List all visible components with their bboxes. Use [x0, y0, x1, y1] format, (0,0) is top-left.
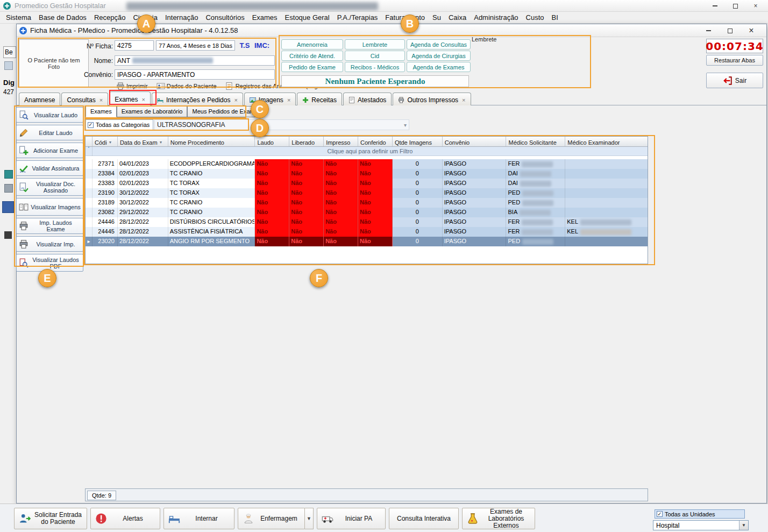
menu-item-sistema[interactable]: Sistema [2, 12, 35, 23]
cell-solicitante[interactable]: FER [506, 217, 565, 227]
cell-impresso[interactable]: Não [324, 159, 358, 169]
sair-button[interactable]: Sair [706, 73, 763, 88]
cell-solicitante[interactable]: BIA [506, 208, 565, 217]
cell-qtde[interactable]: 0 [393, 208, 443, 217]
menu-item-recepcao[interactable]: Recepção [90, 12, 130, 23]
cell-laudo[interactable]: Não [255, 169, 289, 179]
cell-solicitante[interactable]: PED [506, 188, 565, 198]
cell-laudo[interactable]: Não [255, 217, 289, 227]
cell-codigo[interactable]: 27371 [93, 159, 118, 169]
column-header-data[interactable]: Data do Exam▼ [118, 137, 168, 146]
minimize-button[interactable] [705, 0, 725, 12]
table-row[interactable]: 23189 30/12/2022 TC CRANIO Não Não Não N… [86, 198, 648, 208]
subtab-exames-de-laboratorio[interactable]: Exames de Laboratório [117, 106, 188, 117]
cell-conferido[interactable]: Não [358, 217, 393, 227]
cell-examinador[interactable]: KEL [565, 217, 648, 227]
cell-laudo[interactable]: Não [255, 237, 289, 246]
column-header-laudo[interactable]: Laudo [255, 137, 289, 146]
cell-convenio[interactable]: IPASGO [443, 188, 507, 198]
close-icon[interactable]: × [234, 97, 237, 103]
cell-examinador[interactable] [565, 198, 648, 208]
cell-convenio[interactable]: IPASGO [443, 159, 507, 169]
subtab-exames[interactable]: Exames [86, 106, 117, 117]
cell-examinador[interactable] [565, 159, 648, 169]
enfermagem-dropdown[interactable]: ▼ [305, 508, 314, 529]
lembrete-button[interactable]: Lembrete [345, 39, 405, 49]
cell-data[interactable]: 29/12/2022 [118, 208, 168, 217]
cell-conferido[interactable]: Não [358, 237, 393, 246]
table-row[interactable]: 23383 02/01/2023 TC TORAX Não Não Não Nã… [86, 179, 648, 188]
exames-lab-externos-button[interactable]: Exames de Laboratórios Externos [462, 508, 535, 529]
convenio-field[interactable]: IPASGO - APARTAMENTO [115, 69, 275, 80]
cell-qtde[interactable]: 0 [393, 179, 443, 188]
menu-item-administracao[interactable]: Administração [470, 12, 522, 23]
ficha-close-button[interactable]: × [741, 24, 762, 37]
cell-convenio[interactable]: IPASGO [443, 198, 507, 208]
cell-conferido[interactable]: Não [358, 188, 393, 198]
cell-convenio[interactable]: IPASGO [443, 208, 507, 217]
tab-outros-impressos[interactable]: Outros Impressos× [393, 93, 471, 105]
close-icon[interactable]: × [462, 97, 465, 103]
imc-button[interactable]: IMC: [254, 40, 278, 51]
cell-conferido[interactable]: Não [358, 169, 393, 179]
cell-impresso[interactable]: Não [324, 208, 358, 217]
cell-solicitante[interactable]: FER [506, 159, 565, 169]
cell-convenio[interactable]: IPASGO [443, 237, 507, 246]
column-header-procedimento[interactable]: Nome Procedimento [168, 137, 255, 146]
table-row[interactable]: 24446 28/12/2022 DISTÚRBIOS CIRCULATÓRIO… [86, 217, 648, 227]
cell-qtde[interactable]: 0 [393, 237, 443, 246]
amenorreia-button[interactable]: Amenorreia [281, 39, 343, 49]
todas-as-unidades-checkbox[interactable]: ✓ Todas as Unidades [655, 509, 745, 519]
cell-conferido[interactable]: Não [358, 159, 393, 169]
name-field[interactable]: ANT [115, 55, 275, 66]
visualizar-imp-button[interactable]: Visualizar Imp. [16, 236, 83, 252]
ts-button[interactable]: T.S [237, 40, 253, 51]
tab-consultas[interactable]: Consultas× [61, 93, 108, 105]
menu-item-caixa[interactable]: Caixa [445, 12, 470, 23]
menu-item-exames[interactable]: Exames [248, 12, 281, 23]
table-row[interactable]: 24445 28/12/2022 ASSISTÊNCIA FISIÁTRICA … [86, 227, 648, 237]
cell-laudo[interactable]: Não [255, 179, 289, 188]
ficha-number-field[interactable]: 4275 [115, 40, 154, 51]
adicionar-exame-button[interactable]: Adicionar Exame [16, 143, 83, 158]
tab-exames[interactable]: Exames× [109, 91, 151, 105]
cell-examinador[interactable]: KEL [565, 227, 648, 237]
cell-laudo[interactable]: Não [255, 227, 289, 237]
cell-convenio[interactable]: IPASGO [443, 227, 507, 237]
visualizar-imagens-button[interactable]: Visualizar Imagens [16, 198, 83, 216]
cell-qtde[interactable]: 0 [393, 227, 443, 237]
editar-laudo-button[interactable]: Editar Laudo [16, 125, 83, 140]
row-selector[interactable] [86, 208, 93, 217]
alertas-button[interactable]: Alertas [90, 508, 160, 529]
enfermagem-button[interactable]: Enfermagem [238, 508, 305, 529]
cell-examinador[interactable] [565, 208, 648, 217]
cell-codigo[interactable]: 23384 [93, 169, 118, 179]
cell-procedimento[interactable]: ECODOPPLERCARDIOGRAMA [168, 159, 255, 169]
close-button[interactable]: × [745, 0, 766, 12]
cell-qtde[interactable]: 0 [393, 217, 443, 227]
cell-conferido[interactable]: Não [358, 208, 393, 217]
cell-procedimento[interactable]: DISTÚRBIOS CIRCULATÓRIOS [168, 217, 255, 227]
cell-data[interactable]: 02/01/2023 [118, 169, 168, 179]
todas-as-categorias-checkbox[interactable]: ✓ Todas as Categorias [86, 119, 153, 130]
cell-data[interactable]: 28/12/2022 [118, 227, 168, 237]
row-selector[interactable] [86, 188, 93, 198]
cell-solicitante[interactable]: DAI [506, 169, 565, 179]
cell-procedimento[interactable]: TC CRANIO [168, 208, 255, 217]
table-row[interactable]: 23384 02/01/2023 TC CRANIO Não Não Não N… [86, 169, 648, 179]
tab-receitas[interactable]: Receitas [297, 93, 342, 105]
dados-do-paciente-link[interactable]: Dados do Paciente [157, 82, 217, 90]
menu-item-base-de-dados[interactable]: Base de Dados [35, 12, 90, 23]
cell-liberado[interactable]: Não [289, 188, 324, 198]
cell-procedimento[interactable]: TC TORAX [168, 188, 255, 198]
cell-impresso[interactable]: Não [324, 198, 358, 208]
cell-solicitante[interactable]: PED [506, 237, 565, 246]
visualizar-doc-assinado-button[interactable]: Visualizar Doc. Assinado [16, 178, 83, 196]
cell-qtde[interactable]: 0 [393, 159, 443, 169]
menu-item-suporte[interactable]: Su [429, 12, 445, 23]
column-header-conferido[interactable]: Conferido [358, 137, 393, 146]
cell-laudo[interactable]: Não [255, 188, 289, 198]
cell-data[interactable]: 04/01/2023 [118, 159, 168, 169]
cell-data[interactable]: 30/12/2022 [118, 188, 168, 198]
cell-liberado[interactable]: Não [289, 169, 324, 179]
